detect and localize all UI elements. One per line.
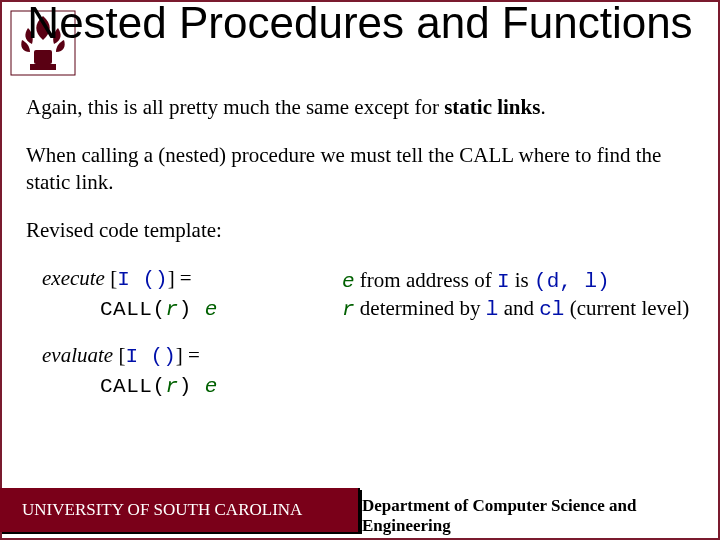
code-I: I [117, 268, 130, 291]
execute-call: CALL(r) e [100, 297, 302, 323]
execute-rhs: e from address of I is (d, l) r determin… [342, 265, 704, 324]
footer-university: UNIVERSITY OF SOUTH CAROLINA [0, 488, 360, 532]
svg-rect-2 [30, 64, 56, 70]
call-e: e [205, 298, 218, 321]
rhs2-cl: cl [539, 298, 564, 321]
paragraph-template-heading: Revised code template: [26, 217, 704, 243]
call-close2: ) [179, 375, 205, 398]
bracket-open: [ [105, 266, 117, 290]
call-text2: CALL( [100, 375, 166, 398]
footer-department: Department of Computer Science and Engin… [362, 494, 718, 538]
call-close: ) [179, 298, 205, 321]
template-execute: execute [I ()] = CALL(r) e e from addres… [42, 265, 704, 324]
svg-rect-1 [34, 50, 52, 64]
rhs-I: I [497, 270, 510, 293]
code-parens2: () [138, 345, 176, 368]
rhs-line2: r determined by l and cl (current level) [342, 295, 704, 323]
evaluate-word: evaluate [42, 343, 113, 367]
rhs2-and: and [498, 296, 539, 320]
para1-suffix: . [540, 95, 545, 119]
slide-body: Again, this is all pretty much the same … [26, 94, 704, 418]
execute-word: execute [42, 266, 105, 290]
template-evaluate: evaluate [I ()] = CALL(r) e [42, 342, 704, 401]
paragraph-explain: When calling a (nested) procedure we mus… [26, 142, 704, 195]
rhs-comma: , [559, 270, 584, 293]
code-I2: I [125, 345, 138, 368]
bracket-close-eq2: ] = [176, 343, 200, 367]
rhs-from: from address of [355, 268, 497, 292]
rhs2-l: l [486, 298, 499, 321]
evaluate-lhs: evaluate [I ()] = CALL(r) e [42, 342, 302, 401]
call-e2: e [205, 375, 218, 398]
para1-strong: static links [444, 95, 540, 119]
code-templates: execute [I ()] = CALL(r) e e from addres… [42, 265, 704, 400]
rhs-pair-close: ) [597, 270, 610, 293]
call-r: r [166, 298, 179, 321]
rhs-pair-open: ( [534, 270, 547, 293]
call-text: CALL( [100, 298, 166, 321]
evaluate-call: CALL(r) e [100, 374, 302, 400]
paragraph-intro: Again, this is all pretty much the same … [26, 94, 704, 120]
footer: UNIVERSITY OF SOUTH CAROLINA Department … [2, 494, 718, 538]
bracket-open2: [ [113, 343, 125, 367]
call-r2: r [166, 375, 179, 398]
execute-lhs: execute [I ()] = CALL(r) e [42, 265, 302, 324]
rhs2-r: r [342, 298, 355, 321]
rhs-d: d [547, 270, 560, 293]
rhs2-det: determined by [355, 296, 486, 320]
slide-title: Nested Procedures and Functions [2, 0, 718, 46]
rhs-e: e [342, 270, 355, 293]
rhs2-tail: (current level) [564, 296, 689, 320]
bracket-close-eq: ] = [168, 266, 192, 290]
rhs-is: is [510, 268, 535, 292]
para1-prefix: Again, this is all pretty much the same … [26, 95, 444, 119]
slide: Nested Procedures and Functions Again, t… [0, 0, 720, 540]
rhs-l: l [584, 270, 597, 293]
rhs-line1: e from address of I is (d, l) [342, 267, 704, 295]
code-parens: () [130, 268, 168, 291]
